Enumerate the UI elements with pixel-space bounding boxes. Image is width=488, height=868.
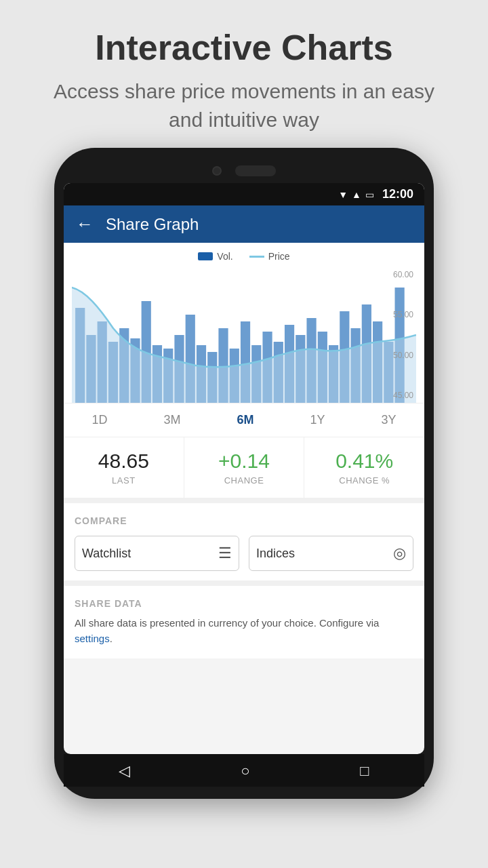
time-period-tabs: 1D 3M 6M 1Y 3Y: [64, 403, 424, 437]
share-data-section: SHARE DATA All share data is presented i…: [64, 580, 424, 658]
nav-back-button[interactable]: ◁: [119, 762, 130, 780]
app-bar-title: Share Graph: [106, 215, 199, 234]
tab-1d[interactable]: 1D: [85, 410, 114, 430]
nav-home-button[interactable]: ○: [241, 762, 249, 780]
y-label-50: 50.00: [393, 351, 413, 360]
phone-screen: ▼ ▲ ▭ 12:00 ← Share Graph Vol. Price: [64, 183, 424, 754]
legend-price: Price: [249, 251, 290, 262]
y-label-55: 55.00: [393, 310, 413, 319]
chart-area: 60.00 55.00 50.00 45.00: [72, 267, 416, 403]
chart-legend: Vol. Price: [72, 251, 416, 262]
change-pct-label: CHANGE %: [311, 475, 418, 486]
compare-section: COMPARE Watchlist ☰ Indices ◎: [64, 498, 424, 580]
phone-top-bar: [64, 160, 424, 183]
back-button[interactable]: ←: [76, 214, 94, 235]
stat-last: 48.65 LAST: [64, 437, 184, 498]
status-icons: ▼ ▲ ▭: [338, 189, 374, 200]
signal-icon: ▲: [352, 189, 361, 200]
share-data-title: SHARE DATA: [75, 598, 413, 609]
price-color: [249, 256, 264, 258]
app-bar: ← Share Graph: [64, 205, 424, 243]
vol-label: Vol.: [217, 251, 232, 262]
camera-dot: [212, 166, 222, 176]
phone-bottom-bar: ◁ ○ □: [64, 754, 424, 787]
chart-container: Vol. Price: [64, 243, 424, 403]
change-value: +0.14: [191, 450, 298, 473]
tab-1y[interactable]: 1Y: [303, 410, 331, 430]
battery-icon: ▭: [365, 189, 374, 200]
nav-recent-button[interactable]: □: [360, 762, 369, 780]
last-label: LAST: [70, 475, 177, 486]
share-data-text: All share data is presented in currency …: [75, 616, 413, 646]
change-pct-value: 0.41%: [311, 450, 418, 473]
stat-change-pct: 0.41% CHANGE %: [304, 437, 424, 498]
phone-device: ▼ ▲ ▭ 12:00 ← Share Graph Vol. Price: [54, 148, 434, 799]
vol-color: [198, 252, 213, 260]
wifi-icon: ▼: [338, 189, 348, 200]
change-label: CHANGE: [191, 475, 298, 486]
stat-change: +0.14 CHANGE: [184, 437, 305, 498]
page-title: Interactive Charts: [41, 27, 447, 68]
status-time: 12:00: [382, 187, 413, 201]
compare-buttons: Watchlist ☰ Indices ◎: [75, 536, 413, 571]
settings-link[interactable]: settings: [75, 633, 110, 644]
stats-row: 48.65 LAST +0.14 CHANGE 0.41% CHANGE %: [64, 437, 424, 498]
compare-title: COMPARE: [75, 515, 413, 526]
tab-6m[interactable]: 6M: [230, 410, 260, 430]
page-subtitle: Access share price movements in an easy …: [41, 77, 447, 134]
watchlist-button[interactable]: Watchlist ☰: [75, 536, 239, 571]
tab-3y[interactable]: 3Y: [374, 410, 403, 430]
watchlist-icon: ☰: [218, 545, 232, 562]
price-label: Price: [268, 251, 290, 262]
y-label-45: 45.00: [393, 391, 413, 400]
status-bar: ▼ ▲ ▭ 12:00: [64, 183, 424, 205]
legend-vol: Vol.: [198, 251, 232, 262]
speaker-grille: [235, 165, 276, 176]
page-header: Interactive Charts Access share price mo…: [0, 0, 488, 148]
tab-3m[interactable]: 3M: [157, 410, 187, 430]
y-label-60: 60.00: [393, 270, 413, 279]
indices-icon: ◎: [393, 545, 406, 562]
watchlist-label: Watchlist: [82, 547, 131, 561]
last-value: 48.65: [70, 450, 177, 473]
chart-svg: [72, 267, 416, 403]
indices-label: Indices: [256, 547, 295, 561]
indices-button[interactable]: Indices ◎: [249, 536, 413, 571]
y-axis-labels: 60.00 55.00 50.00 45.00: [393, 267, 413, 403]
